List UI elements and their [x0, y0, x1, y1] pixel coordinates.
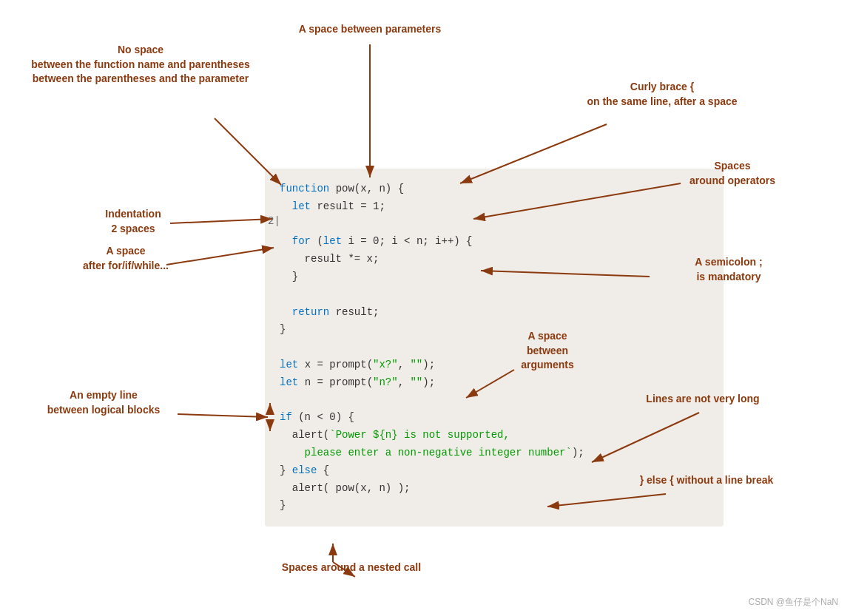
annotation-else-no-break: } else { without a line break	[607, 473, 806, 488]
watermark: CSDN @鱼仔是个NaN	[748, 596, 838, 609]
svg-line-9	[178, 414, 268, 417]
annotation-indentation: Indentation2 spaces	[67, 207, 200, 236]
code-line-1: function pow(x, n) {	[280, 180, 709, 198]
annotation-no-space-func: No spacebetween the function name and pa…	[22, 43, 259, 87]
annotation-spaces-nested: Spaces around a nested call	[252, 561, 451, 575]
code-line-16: please enter a non-negative integer numb…	[280, 444, 709, 462]
annotation-spaces-operators: Spacesaround operators	[651, 159, 814, 188]
code-line-12: let n = prompt("n?", "");	[280, 374, 709, 392]
code-line-7	[280, 286, 709, 304]
annotation-empty-line: An empty linebetween logical blocks	[22, 388, 185, 417]
code-line-15: alert(`Power ${n} is not supported,	[280, 427, 709, 444]
code-line-19: }	[280, 497, 709, 515]
annotation-space-after-for: A spaceafter for/if/while...	[48, 244, 203, 273]
annotation-space-params: A space between parameters	[274, 22, 466, 37]
annotation-lines-not-long: Lines are not very long	[614, 392, 792, 407]
annotation-semicolon: A semicolon ;is mandatory	[644, 255, 814, 284]
annotation-space-args: A spacebetweenarguments	[488, 329, 607, 373]
code-line-3	[280, 216, 709, 234]
code-line-2: let result = 1;	[280, 198, 709, 216]
code-line-14: if (n < 0) {	[280, 409, 709, 427]
annotation-curly-brace: Curly brace {on the same line, after a s…	[555, 80, 769, 109]
indent-marker: 2|	[268, 215, 280, 227]
code-line-8: return result;	[280, 304, 709, 322]
code-line-4: for (let i = 0; i < n; i++) {	[280, 233, 709, 251]
